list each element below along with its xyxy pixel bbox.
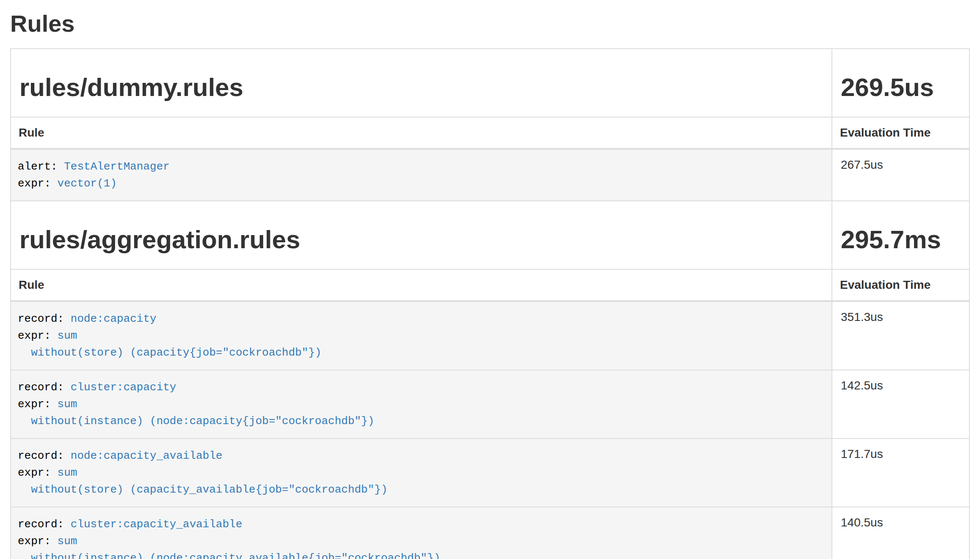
record-keyword: record: <box>18 518 64 531</box>
rule-name-line: record:cluster:capacity <box>18 379 825 396</box>
rule-row: alert:TestAlertManager expr:vector(1) 26… <box>11 149 969 201</box>
rule-cell: alert:TestAlertManager expr:vector(1) <box>11 149 832 201</box>
expr-keyword: expr: <box>18 177 51 190</box>
columns-header-row: Rule Evaluation Time <box>11 269 969 301</box>
rule-expr-continuation-line: without(store) (capacity_available{job="… <box>18 481 825 498</box>
rule-expr-line: expr:sum <box>18 396 825 413</box>
record-keyword: record: <box>18 312 64 325</box>
rule-expr-line: expr:sum <box>18 533 825 550</box>
rule-name-link[interactable]: node:capacity <box>71 312 157 325</box>
rule-name-line: record:cluster:capacity_available <box>18 516 825 533</box>
record-keyword: record: <box>18 449 64 462</box>
rule-expr-link[interactable]: sum <box>58 329 77 342</box>
alert-keyword: alert: <box>18 160 58 173</box>
rule-expr-line: expr:vector(1) <box>18 175 825 192</box>
rules-table: rules/dummy.rules 269.5us Rule Evaluatio… <box>10 48 970 559</box>
columns-header-row: Rule Evaluation Time <box>11 117 969 149</box>
page-title: Rules <box>10 10 970 37</box>
page-container: Rules rules/dummy.rules 269.5us Rule Eva… <box>0 10 980 559</box>
rule-row: record:node:capacity expr:sum without(st… <box>11 301 969 370</box>
rule-group-aggregation: rules/aggregation.rules 295.7ms Rule Eva… <box>11 201 969 559</box>
eval-time-value: 267.5us <box>832 149 969 201</box>
eval-time-value: 142.5us <box>832 370 969 438</box>
eval-time-value: 351.3us <box>832 301 969 370</box>
rule-row: record:cluster:capacity_available expr:s… <box>11 507 969 559</box>
rule-name-link[interactable]: node:capacity_available <box>71 449 223 462</box>
rule-name-link[interactable]: cluster:capacity_available <box>71 518 242 531</box>
group-header-row: rules/aggregation.rules 295.7ms <box>11 201 969 269</box>
group-name-cell: rules/dummy.rules <box>11 49 832 117</box>
rule-expr-continuation-line: without(store) (capacity{job="cockroachd… <box>18 344 825 361</box>
rule-expr-continuation-link[interactable]: without(instance) (node:capacity_availab… <box>31 552 440 559</box>
rule-expr-continuation-line: without(instance) (node:capacity{job="co… <box>18 413 825 430</box>
group-eval-time: 269.5us <box>841 74 962 101</box>
rule-name-link[interactable]: cluster:capacity <box>71 381 176 394</box>
group-header-row: rules/dummy.rules 269.5us <box>11 49 969 117</box>
group-eval-time: 295.7ms <box>841 226 962 254</box>
expr-keyword: expr: <box>18 329 51 342</box>
rule-cell: record:node:capacity_available expr:sum … <box>11 438 832 507</box>
rule-column-header: Rule <box>11 269 832 301</box>
rule-expr-line: expr:sum <box>18 327 825 344</box>
rule-name-line: record:node:capacity_available <box>18 447 825 464</box>
group-name-cell: rules/aggregation.rules <box>11 201 832 269</box>
group-name: rules/aggregation.rules <box>19 226 825 254</box>
rule-group-dummy: rules/dummy.rules 269.5us Rule Evaluatio… <box>11 49 969 201</box>
rule-column-header: Rule <box>11 117 832 149</box>
rule-name-link[interactable]: TestAlertManager <box>64 160 170 173</box>
expr-keyword: expr: <box>18 398 51 411</box>
rule-name-line: alert:TestAlertManager <box>18 158 825 175</box>
expr-keyword: expr: <box>18 466 51 479</box>
rule-name-line: record:node:capacity <box>18 310 825 327</box>
rule-cell: record:cluster:capacity_available expr:s… <box>11 507 832 559</box>
eval-time-column-header: Evaluation Time <box>832 269 969 301</box>
expr-keyword: expr: <box>18 535 51 548</box>
group-name: rules/dummy.rules <box>19 74 825 101</box>
eval-time-column-header: Evaluation Time <box>832 117 969 149</box>
rule-expr-link[interactable]: vector(1) <box>58 177 117 190</box>
rule-expr-continuation-link[interactable]: without(instance) (node:capacity{job="co… <box>31 415 374 427</box>
eval-time-value: 140.5us <box>832 507 969 559</box>
rule-cell: record:node:capacity expr:sum without(st… <box>11 301 832 370</box>
rule-expr-link[interactable]: sum <box>58 398 77 411</box>
group-eval-time-cell: 295.7ms <box>832 201 969 269</box>
rule-expr-link[interactable]: sum <box>58 466 77 479</box>
group-eval-time-cell: 269.5us <box>832 49 969 117</box>
rule-expr-continuation-link[interactable]: without(store) (capacity{job="cockroachd… <box>31 346 322 359</box>
record-keyword: record: <box>18 381 64 394</box>
rule-row: record:cluster:capacity expr:sum without… <box>11 370 969 438</box>
rule-expr-continuation-link[interactable]: without(store) (capacity_available{job="… <box>31 483 388 496</box>
eval-time-value: 171.7us <box>832 438 969 507</box>
rule-row: record:node:capacity_available expr:sum … <box>11 438 969 507</box>
rule-expr-link[interactable]: sum <box>58 535 77 548</box>
rule-cell: record:cluster:capacity expr:sum without… <box>11 370 832 438</box>
rule-expr-continuation-line: without(instance) (node:capacity_availab… <box>18 550 825 559</box>
rule-expr-line: expr:sum <box>18 464 825 481</box>
